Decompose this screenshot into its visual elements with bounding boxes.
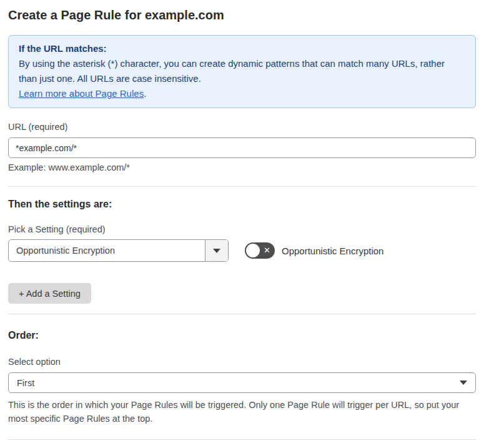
url-helper-text: Example: www.example.com/* (8, 162, 476, 174)
setting-row: Opportunistic Encryption ✕ Opportunistic… (8, 239, 476, 262)
link-suffix: . (144, 88, 146, 99)
info-box-link-line: Learn more about Page Rules. (19, 86, 465, 101)
opportunistic-encryption-toggle[interactable]: ✕ (245, 242, 275, 259)
order-section-heading: Order: (8, 329, 476, 342)
learn-more-link[interactable]: Learn more about Page Rules (19, 88, 144, 99)
order-helper-text: This is the order in which your Page Rul… (8, 398, 476, 426)
section-divider-settings (8, 186, 476, 187)
setting-select-arrow-button[interactable] (205, 240, 228, 261)
chevron-down-icon (213, 249, 220, 253)
page-title: Create a Page Rule for example.com (8, 7, 476, 23)
settings-section-heading: Then the settings are: (8, 198, 476, 211)
add-setting-button[interactable]: + Add a Setting (8, 283, 91, 304)
footer-divider (8, 439, 476, 440)
setting-select-value: Opportunistic Encryption (9, 240, 205, 261)
toggle-label: Opportunistic Encryption (282, 246, 383, 256)
order-select-value: First (17, 378, 460, 388)
setting-select[interactable]: Opportunistic Encryption (8, 239, 229, 262)
info-box-body: By using the asterisk (*) character, you… (19, 56, 465, 86)
url-match-info-box: If the URL matches: By using the asteris… (8, 35, 476, 108)
order-select[interactable]: First (8, 372, 476, 393)
select-option-label: Select option (8, 356, 476, 367)
page-container: Create a Page Rule for example.com If th… (0, 0, 484, 448)
pick-setting-label: Pick a Setting (required) (8, 224, 476, 235)
section-divider-order (8, 314, 476, 314)
url-field-label: URL (required) (8, 121, 476, 132)
order-chevron-down-icon (460, 381, 467, 385)
toggle-knob (246, 244, 260, 257)
toggle-off-x-icon: ✕ (264, 242, 270, 259)
info-box-heading: If the URL matches: (19, 41, 465, 56)
url-input[interactable] (8, 137, 476, 158)
